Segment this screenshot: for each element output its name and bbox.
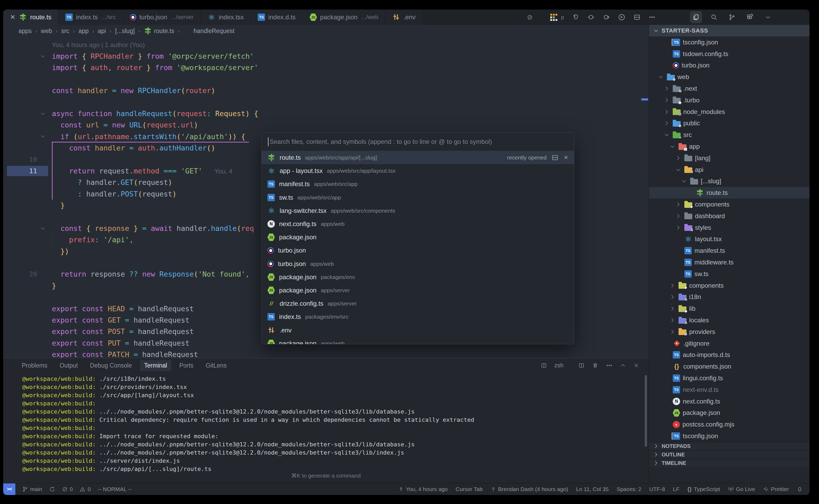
chevron-right-icon[interactable] xyxy=(669,329,676,335)
tree-item-src[interactable]: src xyxy=(649,129,809,141)
tree-item-[...slug][interactable]: [...slug] xyxy=(649,176,809,187)
tree-item-tsdown.config.ts[interactable]: TStsdown.config.ts xyxy=(649,48,809,60)
palette-result-lang-switcher.tsx[interactable]: ⚛lang-switcher.tsxapps/web/src/component… xyxy=(262,204,574,217)
section-timeline[interactable]: TIMELINE xyxy=(649,459,809,467)
more-icon[interactable] xyxy=(606,362,613,369)
code-line[interactable]: const url = new URL(request.url) xyxy=(3,119,649,131)
palette-result-route.ts[interactable]: route.tsapps/web/src/app/api/[...slug]re… xyxy=(262,151,574,164)
remote-button[interactable]: >< xyxy=(3,483,15,495)
chevron-right-icon[interactable] xyxy=(663,97,670,103)
tree-item-components.json[interactable]: {}components.json xyxy=(649,361,809,372)
trash-icon[interactable] xyxy=(592,362,598,369)
palette-result-package.json[interactable]: JSpackage.json xyxy=(262,231,574,244)
chevron-right-icon[interactable] xyxy=(675,213,682,219)
chevron-right-icon[interactable] xyxy=(663,120,670,126)
tree-item-components[interactable]: components xyxy=(649,280,809,291)
tree-item-public[interactable]: public xyxy=(649,118,809,129)
breadcrumb-item[interactable]: app xyxy=(79,28,89,35)
tree-item-sw.ts[interactable]: TSsw.ts xyxy=(649,268,809,280)
tab-package.json[interactable]: JSpackage.json.../web xyxy=(303,10,385,25)
shell-label[interactable]: zsh xyxy=(555,362,564,369)
status-item-brendan-dash-4-hours-ago-[interactable]: Brendan Dash (4 hours ago) xyxy=(491,486,568,492)
chevron-right-icon[interactable] xyxy=(669,306,676,311)
tree-item-[lang][interactable]: [lang] xyxy=(649,152,809,164)
tree-item-.next[interactable]: .next xyxy=(649,83,809,94)
panel-tab-debug-console[interactable]: Debug Console xyxy=(90,362,132,369)
chevron-right-icon[interactable] xyxy=(675,155,682,161)
status-item-sync[interactable] xyxy=(49,486,55,492)
tree-item-auto-imports.d.ts[interactable]: TSauto-imports.d.ts xyxy=(649,349,809,361)
code-line[interactable]: import { RPCHandler } from '@orpc/server… xyxy=(3,51,649,62)
tree-item-postcss.config.mjs[interactable]: ▲postcss.config.mjs xyxy=(649,419,809,430)
activity-copy-pages[interactable] xyxy=(690,11,702,23)
code-line[interactable] xyxy=(3,74,649,85)
tree-item-i18n[interactable]: i18n xyxy=(649,291,809,303)
tree-item-package.json[interactable]: JSpackage.json xyxy=(649,407,809,419)
palette-result-package.json[interactable]: JSpackage.jsonapps/web xyxy=(262,337,574,344)
breadcrumb-item[interactable]: [...slug] xyxy=(115,28,135,35)
activity-search[interactable] xyxy=(708,11,720,23)
palette-result-package.json[interactable]: JSpackage.jsonapps/server xyxy=(262,284,574,297)
code-editor[interactable]: You, 4 hours ago | 1 author (You) import… xyxy=(3,37,649,358)
tree-item-web[interactable]: web xyxy=(649,71,809,83)
breadcrumb-item[interactable]: web xyxy=(41,28,52,35)
breadcrumb-item[interactable]: apps xyxy=(19,28,32,35)
tree-item-middleware.ts[interactable]: TSmiddleware.ts xyxy=(649,256,809,268)
chevron-down-icon[interactable] xyxy=(681,178,688,184)
tree-item-.turbo[interactable]: .turbo xyxy=(649,94,809,106)
chevron-right-icon[interactable] xyxy=(669,317,676,323)
code-line[interactable]: async function handleRequest(request: Re… xyxy=(3,108,649,119)
nav-back-icon[interactable] xyxy=(572,13,579,21)
status-item-ln-11-col-35[interactable]: Ln 11, Col 35 xyxy=(576,486,609,492)
split-editor-icon[interactable] xyxy=(633,13,641,21)
palette-result-next.config.ts[interactable]: Nnext.config.tsapps/web xyxy=(262,217,574,231)
tree-item-tsconfig.json[interactable]: TStsconfig.json xyxy=(649,36,809,48)
fold-chevron-icon[interactable] xyxy=(40,108,49,119)
tree-item-node_modules[interactable]: node_modules xyxy=(649,106,809,118)
tree-item-lingui.config.ts[interactable]: TSlingui.config.ts xyxy=(649,372,809,384)
fold-chevron-icon[interactable] xyxy=(40,223,49,234)
breadcrumb-item[interactable]: api xyxy=(98,28,106,35)
panel-tab-problems[interactable]: Problems xyxy=(22,362,47,369)
tree-item-dashboard[interactable]: dashboard xyxy=(649,210,809,222)
palette-result-turbo.json[interactable]: turbo.json xyxy=(262,244,574,257)
nav-forward-icon[interactable] xyxy=(603,13,610,21)
status-item-utf-8[interactable]: UTF-8 xyxy=(649,486,665,492)
more-icon[interactable] xyxy=(649,14,656,21)
chevron-down-icon[interactable] xyxy=(669,144,676,149)
code-line[interactable] xyxy=(3,97,649,108)
split-editor-icon[interactable] xyxy=(551,154,559,161)
section-outline[interactable]: OUTLINE xyxy=(649,450,809,459)
fold-chevron-icon[interactable] xyxy=(40,131,49,142)
tab-index.tsx[interactable]: ⚛index.tsx xyxy=(201,10,251,25)
panel-tab-terminal[interactable]: Terminal xyxy=(140,360,171,371)
tree-item-lib[interactable]: lib xyxy=(649,303,809,314)
activity-chevron-down[interactable] xyxy=(762,11,774,23)
tree-item-.gitignore[interactable]: .gitignore xyxy=(649,338,809,349)
tree-item-app[interactable]: app xyxy=(649,141,809,152)
palette-result-package.json[interactable]: JSpackage.jsonpackages/env xyxy=(262,271,574,284)
chevron-down-icon[interactable] xyxy=(663,132,670,138)
terminal-output[interactable]: @workspace/web:build: ./src/i18n/index.t… xyxy=(3,373,649,473)
tree-item-api[interactable]: api xyxy=(649,164,809,176)
status-item--normal-[interactable]: -- NORMAL -- xyxy=(98,486,132,492)
chevron-right-icon[interactable] xyxy=(663,109,670,115)
explorer-header[interactable]: STARTER-SASS xyxy=(649,25,809,36)
status-item-go-live[interactable]: Go Live xyxy=(728,486,755,492)
tree-item-turbo.json[interactable]: turbo.json xyxy=(649,60,809,71)
status-item-0[interactable]: 0 xyxy=(80,486,91,492)
close-icon[interactable] xyxy=(633,363,639,368)
chevron-right-icon[interactable] xyxy=(669,283,676,288)
breadcrumb-item[interactable]: handleRequest xyxy=(183,27,234,35)
tab-route.ts[interactable]: ✕route.ts xyxy=(3,10,58,25)
status-item-prettier[interactable]: Prettier xyxy=(763,486,789,492)
tree-item-next-env.d.ts[interactable]: TSnext-env.d.ts xyxy=(649,384,809,396)
code-line[interactable]: import { auth, router } from '@workspace… xyxy=(3,62,649,73)
run-icon[interactable] xyxy=(618,13,625,21)
chevron-up-icon[interactable] xyxy=(620,363,626,368)
activity-source-control[interactable] xyxy=(726,11,738,23)
palette-result-manifest.ts[interactable]: TSmanifest.tsapps/web/src/app xyxy=(262,177,574,191)
tree-item-tsconfig.json[interactable]: TStsconfig.json xyxy=(649,430,809,442)
status-item-you-4-hours-ago[interactable]: You, 4 hours ago xyxy=(398,486,448,492)
tab-turbo.json[interactable]: turbo.json.../server xyxy=(123,10,201,25)
